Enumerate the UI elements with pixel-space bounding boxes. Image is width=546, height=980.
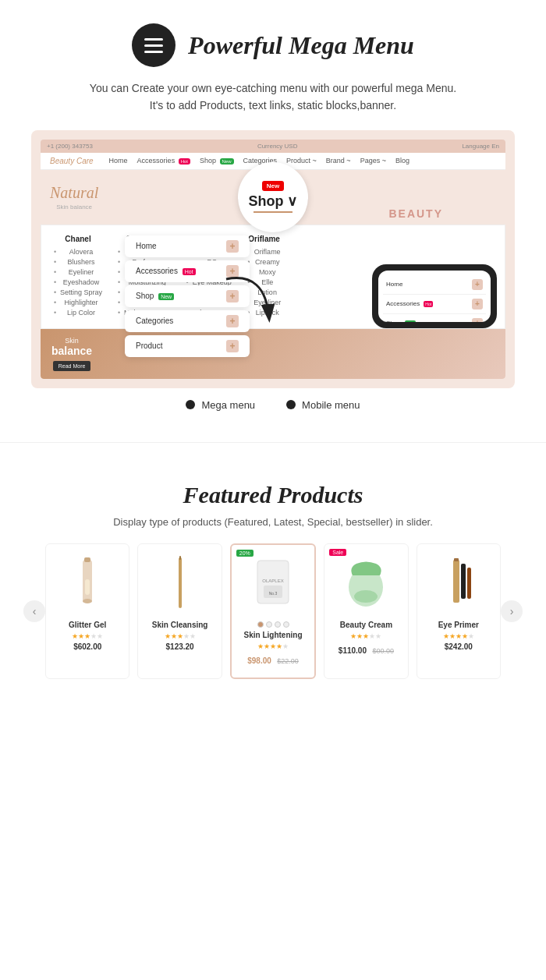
float-card-product: Product + <box>125 335 250 357</box>
svg-rect-3 <box>85 579 90 595</box>
nav-shop[interactable]: Shop New <box>200 157 234 165</box>
nav-product[interactable]: Product ~ <box>286 157 317 165</box>
featured-title: Featured Products <box>23 482 523 508</box>
mobile-label: Mobile menu <box>302 399 360 411</box>
nav-home[interactable]: Home <box>109 157 128 165</box>
olaplex-dots <box>238 621 308 628</box>
mock-logo: Beauty Care <box>50 157 94 165</box>
nav-pages[interactable]: Pages ~ <box>360 157 386 165</box>
demo-container: +1 (200) 343753 Currency USD Language En… <box>31 130 515 388</box>
product-image-skin-cleansing <box>144 552 214 614</box>
product-stars: ★★★★★ <box>238 642 308 650</box>
svg-rect-14 <box>461 564 466 599</box>
featured-products-section: Featured Products Display type of produc… <box>0 458 546 695</box>
product-name: Glitter Gel <box>52 621 122 629</box>
nav-brand[interactable]: Brand ~ <box>326 157 351 165</box>
arrow-icon <box>218 271 281 334</box>
oriflame-title: Oriflame <box>247 235 281 243</box>
svg-rect-5 <box>179 556 181 560</box>
product-name: Skin Lightening <box>238 631 308 639</box>
mega-menu-section: Powerful Mega Menu You can Create your o… <box>0 0 546 426</box>
skin-big: balance <box>51 345 92 357</box>
phone-nav-home: Home + <box>383 275 486 295</box>
chanel-item: Highlighter <box>54 299 102 306</box>
svg-rect-15 <box>467 568 471 599</box>
product-image-skin-lightening: OLAPLEX No.3 <box>238 553 308 615</box>
phone-screen: Home + Accessories Hot + Shop New + <box>378 271 491 322</box>
product-name: Beauty Cream <box>331 621 401 629</box>
svg-rect-1 <box>84 557 90 562</box>
product-badge: 20% <box>236 550 254 557</box>
svg-point-12 <box>354 590 378 603</box>
dot <box>275 621 281 628</box>
dot <box>257 621 264 628</box>
svg-text:No.3: No.3 <box>269 591 278 596</box>
product-name: Skin Cleansing <box>144 621 214 629</box>
svg-rect-4 <box>179 557 182 608</box>
chanel-item: Setting Spray <box>54 288 102 296</box>
chanel-item: Lip Color <box>54 309 102 317</box>
mega-dot <box>186 400 195 409</box>
phone-nav-accessories: Accessories Hot + <box>383 295 486 314</box>
dot <box>283 621 289 628</box>
phone-nav-items: Home + Accessories Hot + Shop New + <box>378 271 491 322</box>
hamburger-icon <box>132 23 176 67</box>
svg-rect-13 <box>453 560 459 603</box>
product-stars: ★★★★★ <box>331 632 401 640</box>
mobile-menu-legend: Mobile menu <box>286 399 360 411</box>
product-image-beauty-cream <box>331 552 401 614</box>
nav-blog[interactable]: Blog <box>395 157 410 165</box>
menu-legend: Mega menu Mobile menu <box>31 399 515 411</box>
oriflame-item: Creamy <box>247 258 281 266</box>
mock-topbar: +1 (200) 343753 Currency USD Language En <box>41 140 505 153</box>
shop-text: Shop ∨ <box>249 193 298 210</box>
product-image-eye-primer <box>424 552 494 614</box>
read-more-button[interactable]: Read More <box>53 361 91 371</box>
skin-banner: Skin balance Read More <box>41 329 505 379</box>
featured-desc: Display type of products (Featured, Late… <box>23 516 523 528</box>
shop-underline <box>254 211 292 213</box>
svg-rect-16 <box>454 558 459 561</box>
mega-menu-title: Powerful Mega Menu <box>188 31 414 60</box>
section-divider <box>0 442 546 443</box>
phone-nav-shop: Shop New + <box>383 314 486 322</box>
product-image-glitter-gel <box>52 552 122 614</box>
chanel-item: Blushers <box>54 258 102 266</box>
hero-area: Natural Skin balance BEAUTY New Shop ∨ <box>41 170 505 225</box>
chanel-item: Eyeshadow <box>54 278 102 286</box>
product-stars: ★★★★★ <box>424 632 494 640</box>
mega-col-chanel: Chanel Alovera Blushers Eyeliner Eyeshad… <box>54 235 102 319</box>
product-slider: ‹ Glitter Gel ★★★★★ $602.00 <box>23 543 523 679</box>
product-name: Eye Primer <box>424 621 494 629</box>
product-price: $110.00 $00.00 <box>331 642 401 656</box>
products-row: Glitter Gel ★★★★★ $602.00 Skin Cleansing… <box>45 543 501 679</box>
product-card-beauty-cream: Sale Beauty Cream ★★★★★ $110.00 $00.00 <box>324 543 408 679</box>
new-badge: New <box>262 181 284 191</box>
product-price: $98.00 $22.00 <box>238 653 308 667</box>
skin-banner-text: Skin balance Read More <box>51 337 92 371</box>
new-shop-bubble: New Shop ∨ <box>238 162 308 232</box>
product-price: $123.20 <box>144 642 214 651</box>
float-card-home: Home + <box>125 235 250 257</box>
slider-next-arrow[interactable]: › <box>501 600 523 622</box>
slider-prev-arrow[interactable]: ‹ <box>23 600 45 622</box>
skin-small: Skin <box>51 337 92 345</box>
section-header: Powerful Mega Menu <box>31 23 515 67</box>
svg-point-2 <box>83 599 92 603</box>
product-card-glitter-gel: Glitter Gel ★★★★★ $602.00 <box>45 543 129 679</box>
mobile-phone: Home + Accessories Hot + Shop New + <box>372 264 497 328</box>
mega-label: Mega menu <box>201 399 255 411</box>
product-stars: ★★★★★ <box>52 632 122 640</box>
product-price: $242.00 <box>424 642 494 651</box>
chanel-title: Chanel <box>54 235 102 243</box>
product-card-skin-lightening: 20% OLAPLEX No.3 Skin Lightening <box>230 543 316 679</box>
hero-text: Natural <box>50 184 98 202</box>
mega-menu-legend: Mega menu <box>186 399 255 411</box>
dot <box>266 621 272 628</box>
oriflame-item: Oriflame <box>247 248 281 256</box>
product-card-eye-primer: Eye Primer ★★★★★ $242.00 <box>417 543 501 679</box>
nav-accessories[interactable]: Accessories Hot <box>137 157 190 165</box>
hero-label: Skin balance <box>50 203 98 211</box>
beauty-label: BEAUTY <box>388 207 443 220</box>
chanel-item: Eyeliner <box>54 268 102 276</box>
